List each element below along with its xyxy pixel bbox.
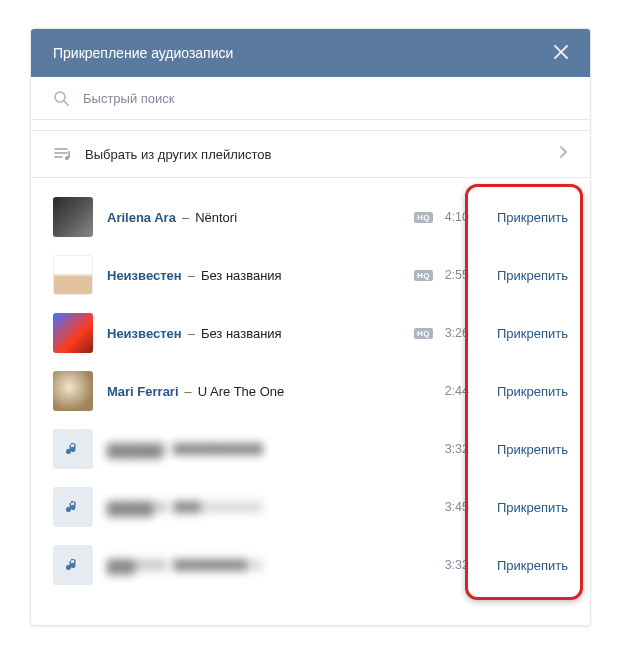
track-artist[interactable]: Arilena Ara (107, 210, 176, 225)
dash: – (188, 326, 195, 341)
attach-audio-dialog: Прикрепление аудиозаписи Выбрать из друг… (30, 28, 591, 626)
attach-button[interactable]: Прикрепить (497, 558, 568, 573)
track-artist[interactable]: Неизвестен (107, 268, 182, 283)
track-title: Без названия (201, 326, 282, 341)
dash: – (188, 268, 195, 283)
attach-button[interactable]: Прикрепить (497, 210, 568, 225)
track-title: U Are The One (198, 384, 284, 399)
track-title: ████████ (173, 559, 263, 571)
track-duration: 3:32 (441, 558, 469, 572)
track-duration: 3:45 (441, 500, 469, 514)
search-input[interactable] (83, 91, 568, 106)
track-info: Неизвестен–Без названия (107, 268, 414, 283)
track-row[interactable]: ███–████████3:32Прикрепить (31, 536, 590, 594)
attach-button[interactable]: Прикрепить (497, 268, 568, 283)
track-duration: 3:26 (441, 326, 469, 340)
hq-badge: HQ (414, 270, 433, 281)
attach-button[interactable]: Прикрепить (497, 384, 568, 399)
track-title: Без названия (201, 268, 282, 283)
track-info: Mari Ferrari–U Are The One (107, 384, 441, 399)
track-title: ████████████ (173, 443, 263, 455)
dialog-header: Прикрепление аудиозаписи (31, 29, 590, 77)
dash: – (185, 384, 192, 399)
track-cover (53, 371, 93, 411)
dash: – (182, 210, 189, 225)
track-cover (53, 429, 93, 469)
chevron-right-icon (559, 145, 568, 163)
track-artist[interactable]: Mari Ferrari (107, 384, 179, 399)
attach-button[interactable]: Прикрепить (497, 326, 568, 341)
track-artist[interactable]: ███ (107, 559, 167, 571)
track-title: Nëntori (195, 210, 237, 225)
track-title: ███ (173, 501, 263, 513)
track-row[interactable]: ██████–████████████3:32Прикрепить (31, 420, 590, 478)
playlist-icon (53, 145, 71, 163)
hq-badge: HQ (414, 212, 433, 223)
playlist-selector-label: Выбрать из других плейлистов (85, 147, 559, 162)
track-info: █████–███ (107, 501, 441, 513)
track-row[interactable]: █████–███3:45Прикрепить (31, 478, 590, 536)
track-row[interactable]: Неизвестен–Без названияHQ3:26Прикрепить (31, 304, 590, 362)
track-info: ███–████████ (107, 559, 441, 571)
track-cover (53, 313, 93, 353)
track-cover (53, 545, 93, 585)
track-info: ██████–████████████ (107, 443, 441, 455)
search-icon (53, 90, 69, 106)
track-cover (53, 197, 93, 237)
attach-button[interactable]: Прикрепить (497, 442, 568, 457)
close-icon[interactable] (554, 44, 568, 62)
dialog-title: Прикрепление аудиозаписи (53, 45, 233, 61)
track-info: Arilena Ara–Nëntori (107, 210, 414, 225)
attach-button[interactable]: Прикрепить (497, 500, 568, 515)
track-cover (53, 487, 93, 527)
track-duration: 4:10 (441, 210, 469, 224)
track-artist[interactable]: █████ (107, 501, 167, 513)
track-cover (53, 255, 93, 295)
track-artist[interactable]: Неизвестен (107, 326, 182, 341)
svg-line-1 (64, 101, 68, 105)
hq-badge: HQ (414, 328, 433, 339)
search-row (31, 77, 590, 120)
track-duration: 3:32 (441, 442, 469, 456)
track-duration: 2:44 (441, 384, 469, 398)
track-duration: 2:55 (441, 268, 469, 282)
track-row[interactable]: Mari Ferrari–U Are The One2:44Прикрепить (31, 362, 590, 420)
playlist-selector[interactable]: Выбрать из других плейлистов (31, 130, 590, 178)
track-list[interactable]: Arilena Ara–NëntoriHQ4:10ПрикрепитьНеизв… (31, 184, 590, 625)
track-row[interactable]: Arilena Ara–NëntoriHQ4:10Прикрепить (31, 188, 590, 246)
track-row[interactable]: Неизвестен–Без названияHQ2:55Прикрепить (31, 246, 590, 304)
track-artist[interactable]: ██████ (107, 443, 167, 455)
track-info: Неизвестен–Без названия (107, 326, 414, 341)
